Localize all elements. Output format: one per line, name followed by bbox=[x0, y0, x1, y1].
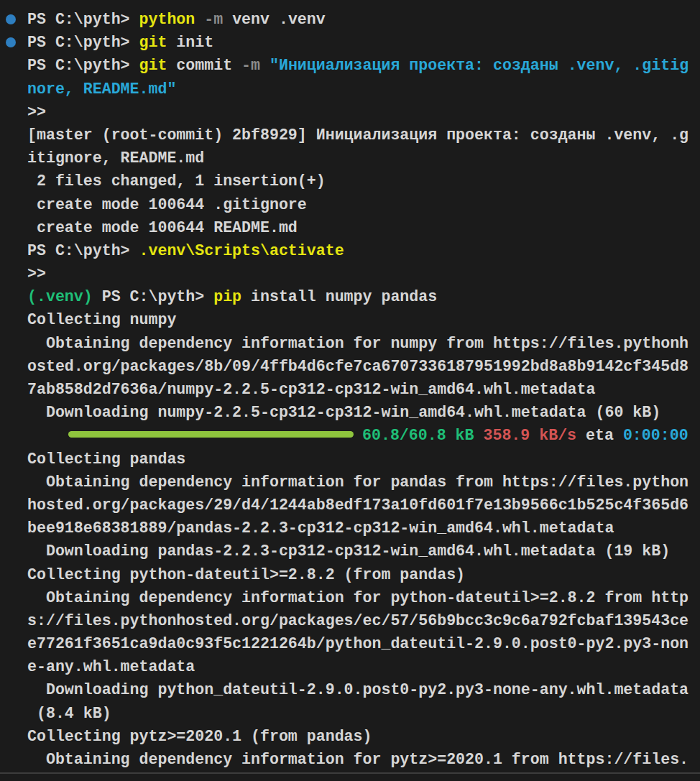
terminal-text-segment: init bbox=[167, 34, 213, 51]
terminal-text-segment: Collecting python-dateutil>=2.8.2 (from … bbox=[27, 566, 465, 583]
terminal-line: (8.4 kB) bbox=[27, 702, 700, 725]
terminal-text-segment: Collecting numpy bbox=[27, 311, 176, 328]
terminal-text-segment: git bbox=[139, 57, 167, 74]
terminal-text-segment: venv .venv bbox=[223, 11, 326, 28]
terminal-line: create mode 100644 .gitignore bbox=[27, 193, 700, 216]
terminal-text-segment bbox=[195, 11, 204, 28]
terminal-text-segment: PS C:\pyth> bbox=[27, 242, 139, 259]
terminal-text-segment: git bbox=[139, 34, 167, 51]
terminal-text-segment: 60.8/60.8 kB bbox=[362, 427, 474, 444]
terminal-line: nore, README.md" bbox=[27, 78, 700, 101]
terminal-line: Obtaining dependency information for pyt… bbox=[27, 748, 700, 771]
terminal-text-segment: (8.4 kB) bbox=[27, 705, 111, 722]
terminal-line: Obtaining dependency information for pan… bbox=[27, 471, 700, 494]
terminal-line: Downloading python_dateutil-2.9.0.post0-… bbox=[27, 678, 700, 701]
terminal-line: PS C:\pyth> .venv\Scripts\activate bbox=[27, 239, 700, 262]
terminal-line: [master (root-commit) 2bf8929] Инициализ… bbox=[27, 124, 700, 147]
terminal-text-segment: Downloading numpy-2.2.5-cp312-cp312-win_… bbox=[27, 404, 660, 421]
terminal-line: Downloading pandas-2.2.3-cp312-cp312-win… bbox=[27, 540, 700, 563]
terminal-text-segment: >> bbox=[27, 265, 46, 282]
terminal-progress-line: 60.8/60.8 kB 358.9 kB/s eta 0:00:00 bbox=[27, 424, 700, 447]
terminal-line: Collecting pandas bbox=[27, 448, 700, 471]
terminal-line: Collecting python-dateutil>=2.8.2 (from … bbox=[27, 563, 700, 586]
terminal-text-segment: s://files.pythonhosted.org/packages/ec/5… bbox=[27, 612, 689, 629]
terminal-text-segment: .venv\Scripts\activate bbox=[139, 242, 344, 259]
terminal-text-segment: PS C:\pyth> bbox=[27, 11, 139, 28]
terminal-text-segment: 2 files changed, 1 insertion(+) bbox=[27, 172, 326, 190]
download-progress-bar bbox=[68, 431, 354, 438]
terminal-line: hosted.org/packages/29/d4/1244ab8edf173a… bbox=[27, 494, 700, 517]
terminal-text-segment: itignore, README.md bbox=[27, 149, 204, 167]
terminal-line: s://files.pythonhosted.org/packages/ec/5… bbox=[27, 609, 700, 632]
terminal-line: Collecting pytz>=2020.1 (from pandas) bbox=[27, 725, 700, 748]
terminal-text-segment: 0:00:00 bbox=[623, 427, 689, 444]
terminal-text-segment: Obtaining dependency information for pyt… bbox=[27, 751, 689, 768]
terminal-text-segment: Downloading pandas-2.2.3-cp312-cp312-win… bbox=[27, 542, 670, 560]
terminal-text-segment: "Инициализация проекта: созданы .venv, .… bbox=[270, 57, 689, 74]
terminal-text-segment: -m bbox=[204, 11, 223, 28]
terminal-text-segment: install numpy pandas bbox=[241, 288, 437, 305]
command-success-icon bbox=[6, 37, 16, 47]
terminal-line: Obtaining dependency information for pyt… bbox=[27, 586, 700, 609]
terminal-text-segment: -m bbox=[241, 57, 260, 74]
terminal-text-segment: bee918e68381889/pandas-2.2.3-cp312-cp312… bbox=[27, 519, 614, 537]
terminal-text-segment bbox=[260, 57, 270, 74]
terminal-line: 2 files changed, 1 insertion(+) bbox=[27, 170, 700, 193]
terminal-line: e-any.whl.metadata bbox=[27, 655, 700, 678]
terminal-line: Downloading numpy-2.2.5-cp312-cp312-win_… bbox=[27, 401, 700, 424]
terminal-text-segment: Downloading python_dateutil-2.9.0.post0-… bbox=[27, 681, 689, 698]
terminal-text-segment bbox=[474, 427, 484, 444]
terminal-text-segment: Obtaining dependency information for pan… bbox=[27, 473, 689, 491]
terminal-line: Collecting numpy bbox=[27, 308, 700, 331]
terminal-text-segment: Collecting pytz>=2020.1 (from pandas) bbox=[27, 728, 372, 745]
terminal-text-segment: Obtaining dependency information for pyt… bbox=[27, 589, 689, 606]
terminal-output[interactable]: PS C:\pyth> python -m venv .venvPS C:\py… bbox=[0, 0, 700, 781]
terminal-line: (.venv) PS C:\pyth> pip install numpy pa… bbox=[27, 285, 700, 308]
terminal-text-segment: PS C:\pyth> bbox=[27, 57, 139, 74]
terminal-line: bee918e68381889/pandas-2.2.3-cp312-cp312… bbox=[27, 517, 700, 540]
terminal-line: 7ab858d2d7636a/numpy-2.2.5-cp312-cp312-w… bbox=[27, 378, 700, 401]
terminal-text-segment: python bbox=[139, 11, 195, 28]
terminal-line: itignore, README.md bbox=[27, 147, 700, 170]
terminal-text-segment: (.venv) bbox=[27, 288, 93, 305]
terminal-line: PS C:\pyth> python -m venv .venv bbox=[27, 8, 700, 31]
terminal-line: PS C:\pyth> git init bbox=[27, 31, 700, 54]
terminal-text-segment: Obtaining dependency information for num… bbox=[27, 335, 689, 352]
terminal-line: create mode 100644 README.md bbox=[27, 216, 700, 239]
terminal-text-segment: PS C:\pyth> bbox=[27, 34, 139, 51]
terminal-line: Obtaining dependency information for num… bbox=[27, 332, 700, 355]
terminal-text-segment: create mode 100644 .gitignore bbox=[27, 196, 307, 213]
terminal-text-segment: 7ab858d2d7636a/numpy-2.2.5-cp312-cp312-w… bbox=[27, 381, 595, 398]
terminal-line: >> bbox=[27, 262, 700, 285]
terminal-text-segment: commit bbox=[167, 57, 241, 74]
terminal-text-segment: 358.9 kB/s bbox=[483, 427, 576, 444]
terminal-text-segment: e77261f3651ca9da0c93f5c1221264b/python_d… bbox=[27, 635, 689, 652]
terminal-text-segment: eta bbox=[576, 427, 623, 444]
terminal-line: PS C:\pyth> git commit -m "Инициализация… bbox=[27, 54, 700, 77]
terminal-line: >> bbox=[27, 101, 700, 124]
terminal-text-segment: [master (root-commit) 2bf8929] Инициализ… bbox=[27, 126, 689, 144]
terminal-text-segment: osted.org/packages/8b/09/4ffb4d6cfe7ca67… bbox=[27, 358, 689, 375]
terminal-text-segment: e-any.whl.metadata bbox=[27, 658, 195, 675]
terminal-text-segment: >> bbox=[27, 103, 46, 121]
terminal-line: e77261f3651ca9da0c93f5c1221264b/python_d… bbox=[27, 632, 700, 655]
command-success-icon bbox=[6, 14, 16, 24]
terminal-text-segment: nore, README.md" bbox=[27, 80, 176, 98]
terminal-line: osted.org/packages/8b/09/4ffb4d6cfe7ca67… bbox=[27, 355, 700, 378]
terminal-text-segment: hosted.org/packages/29/d4/1244ab8edf173a… bbox=[27, 496, 689, 514]
terminal-bottom-divider bbox=[0, 772, 700, 774]
terminal-text-segment: PS C:\pyth> bbox=[93, 288, 213, 305]
terminal-text-segment: pip bbox=[213, 288, 241, 305]
terminal-text-segment: Collecting pandas bbox=[27, 450, 185, 468]
terminal-text-segment: create mode 100644 README.md bbox=[27, 219, 298, 236]
